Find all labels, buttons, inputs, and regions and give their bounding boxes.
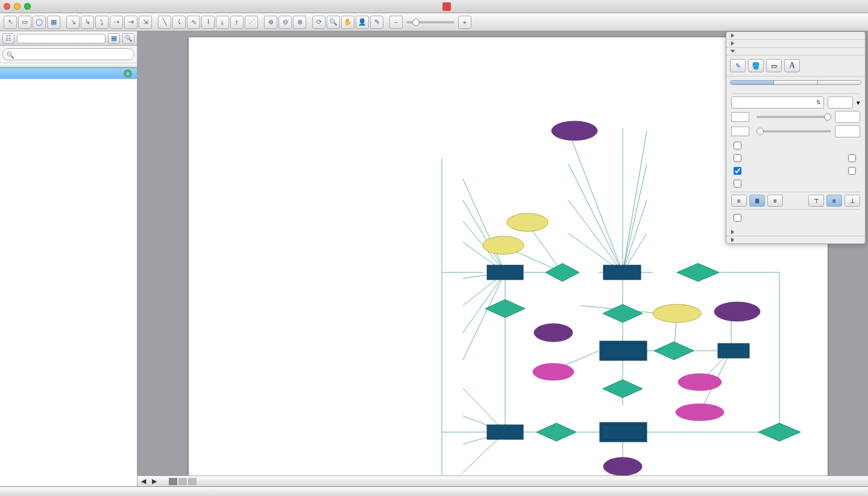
chevron-right-icon bbox=[731, 33, 734, 38]
checkbox-subscript[interactable] bbox=[846, 165, 860, 177]
slider-thumb[interactable] bbox=[412, 19, 420, 26]
shapes-toolbar: ☷ ▦ 🔍 bbox=[0, 31, 137, 46]
line-tool-icon[interactable]: ⌇ bbox=[201, 16, 215, 29]
valign-bottom-icon[interactable]: ⊥ bbox=[844, 195, 860, 207]
slider-thumb[interactable] bbox=[824, 113, 831, 121]
selected-library[interactable]: × bbox=[0, 67, 137, 79]
checkbox-text-auto-expand[interactable] bbox=[731, 212, 860, 224]
ellipse-tool-icon[interactable]: ◯ bbox=[33, 16, 46, 29]
zoom-icon[interactable] bbox=[24, 3, 31, 10]
fill-color-icon[interactable]: 🪣 bbox=[748, 59, 764, 72]
svg-rect-49 bbox=[487, 425, 523, 439]
op-icon[interactable]: ⊗ bbox=[293, 16, 306, 29]
close-icon[interactable] bbox=[4, 3, 10, 10]
pointer-tool-icon[interactable]: ↖ bbox=[4, 16, 17, 29]
opacity-slider[interactable] bbox=[756, 130, 831, 133]
connector-icon[interactable]: ↳ bbox=[81, 16, 94, 29]
checkbox-underline[interactable] bbox=[731, 165, 746, 177]
svg-rect-54 bbox=[602, 425, 644, 439]
section-dynamic-help[interactable] bbox=[726, 236, 865, 243]
opacity-slider[interactable] bbox=[756, 116, 831, 118]
slider-thumb[interactable] bbox=[756, 128, 764, 135]
align-left-icon[interactable]: ≡ bbox=[731, 195, 747, 207]
shapes-search: 🔍 bbox=[0, 46, 137, 63]
checkbox-italic[interactable] bbox=[731, 152, 746, 164]
eyedropper-icon[interactable]: ✎ bbox=[370, 16, 383, 29]
page-tabs[interactable] bbox=[169, 478, 197, 485]
align-center-icon[interactable]: ≣ bbox=[749, 195, 765, 207]
line-tool-icon[interactable]: ∿ bbox=[187, 16, 200, 29]
box-icon[interactable]: ▭ bbox=[766, 59, 782, 72]
properties-panel[interactable]: ✎ 🪣 ▭ A ⇅ ▾ bbox=[726, 31, 866, 244]
user-icon[interactable]: 👤 bbox=[356, 16, 369, 29]
opacity-value[interactable] bbox=[835, 111, 860, 123]
section-presentation[interactable] bbox=[726, 228, 865, 236]
tab-more[interactable] bbox=[818, 81, 861, 84]
top-toolbar: ↖ ▭ ◯ ▦ ↘ ↳ ⤵ ⇢ ⇥ ⇲ ╲ ⤹ ∿ ⌇ ⫰ ⫯ ⋰ ⊕ ⊖ ⊗ … bbox=[0, 13, 868, 31]
checkbox-bold[interactable] bbox=[731, 140, 746, 151]
tab-tabs[interactable] bbox=[774, 81, 817, 84]
opacity-value[interactable] bbox=[835, 125, 860, 137]
rect-tool-icon[interactable]: ▭ bbox=[18, 16, 31, 29]
fill-swatch[interactable] bbox=[731, 112, 749, 122]
chevron-down-icon[interactable]: ▾ bbox=[857, 99, 860, 107]
valign-middle-icon[interactable]: ≡ bbox=[826, 195, 842, 207]
table-tool-icon[interactable]: ▦ bbox=[47, 16, 60, 29]
svg-point-43 bbox=[603, 457, 642, 476]
connector-icon[interactable]: ↘ bbox=[66, 16, 80, 29]
ops-group: ⊕ ⊖ ⊗ bbox=[264, 16, 306, 29]
shapes-filter-input[interactable] bbox=[17, 34, 105, 43]
tree-icon[interactable]: ☷ bbox=[2, 33, 14, 44]
tab-general[interactable] bbox=[731, 81, 774, 84]
section-text[interactable] bbox=[726, 48, 865, 55]
zoom-tool-icon[interactable]: 🔍 bbox=[327, 16, 340, 29]
op-icon[interactable]: ⊖ bbox=[278, 16, 292, 29]
font-family-select[interactable]: ⇅ bbox=[731, 96, 824, 108]
key-attr-idnum bbox=[534, 324, 573, 342]
shape-list[interactable] bbox=[0, 79, 137, 486]
section-information[interactable] bbox=[726, 40, 865, 48]
outline-swatch[interactable] bbox=[731, 127, 749, 136]
svg-point-46 bbox=[653, 304, 701, 322]
section-behaviour[interactable] bbox=[726, 32, 865, 40]
close-icon[interactable]: × bbox=[124, 69, 132, 78]
zoom-out-icon[interactable]: − bbox=[389, 16, 403, 29]
connector-icon[interactable]: ⇲ bbox=[139, 16, 152, 29]
line-tool-icon[interactable]: ⫯ bbox=[230, 16, 244, 29]
drawing-shapes-header bbox=[0, 63, 137, 67]
zoom-slider[interactable] bbox=[406, 21, 454, 24]
line-tool-icon[interactable]: ⤹ bbox=[172, 16, 186, 29]
page-nav-prev-icon[interactable]: ◀ bbox=[141, 477, 146, 485]
pen-color-icon[interactable]: ✎ bbox=[730, 59, 746, 72]
chevron-right-icon bbox=[731, 230, 734, 234]
checkbox-strike[interactable] bbox=[731, 178, 746, 189]
minimize-icon[interactable] bbox=[14, 3, 20, 10]
refresh-icon[interactable]: ⟳ bbox=[312, 16, 326, 29]
connector-icon[interactable]: ⤵ bbox=[95, 16, 108, 29]
align-right-icon[interactable]: ≡ bbox=[767, 195, 783, 207]
view-group: ⟳ 🔍 ✋ 👤 ✎ bbox=[312, 16, 383, 29]
pan-tool-icon[interactable]: ✋ bbox=[341, 16, 354, 29]
page-nav-next-icon[interactable]: ▶ bbox=[152, 477, 157, 485]
svg-point-40 bbox=[552, 121, 597, 140]
chevron-down-icon bbox=[731, 50, 735, 53]
line-tool-icon[interactable]: ╲ bbox=[158, 16, 171, 29]
line-group: ╲ ⤹ ∿ ⌇ ⫰ ⫯ ⋰ bbox=[158, 16, 258, 29]
connector-icon[interactable]: ⇢ bbox=[110, 16, 123, 29]
prop-tabs bbox=[730, 80, 861, 85]
grid-view-icon[interactable]: ▦ bbox=[108, 33, 120, 44]
window-controls bbox=[4, 3, 31, 10]
line-tool-icon[interactable]: ⋰ bbox=[245, 16, 258, 29]
key-attr-charname bbox=[552, 121, 597, 140]
checkbox-superscript[interactable] bbox=[846, 152, 860, 164]
svg-marker-60 bbox=[603, 380, 643, 398]
zoom-in-icon[interactable]: + bbox=[458, 16, 471, 29]
connector-icon[interactable]: ⇥ bbox=[124, 16, 137, 29]
op-icon[interactable]: ⊕ bbox=[264, 16, 277, 29]
shapes-search-input[interactable] bbox=[2, 48, 134, 60]
search-icon[interactable]: 🔍 bbox=[122, 33, 134, 44]
font-size-input[interactable] bbox=[828, 96, 853, 108]
valign-top-icon[interactable]: ⊤ bbox=[808, 195, 824, 207]
font-icon[interactable]: A bbox=[784, 59, 800, 72]
line-tool-icon[interactable]: ⫰ bbox=[216, 16, 229, 29]
